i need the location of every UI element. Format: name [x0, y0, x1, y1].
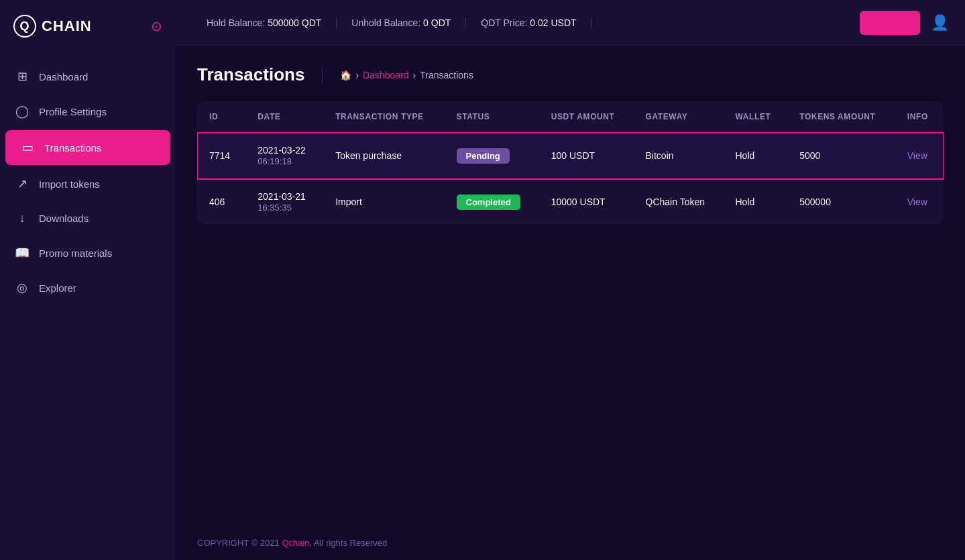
- col-status: STATUS: [445, 101, 539, 133]
- cell-wallet: Hold: [724, 179, 788, 225]
- sidebar-item-import-tokens[interactable]: ↗ Import tokens: [0, 166, 176, 201]
- sidebar-item-dashboard[interactable]: ⊞ Dashboard: [0, 59, 176, 94]
- header-bar: Hold Balance: 500000 QDT Unhold Balance:…: [176, 0, 965, 46]
- unhold-balance-value: 0 QDT: [423, 17, 451, 28]
- col-date: DATE: [245, 101, 323, 133]
- transactions-table-wrap: ID DATE TRANSACTION TYPE STATUS USDT AMO…: [197, 101, 944, 225]
- col-wallet: WALLET: [724, 101, 788, 133]
- status-badge: Completed: [457, 194, 520, 210]
- table-row: 406 2021-03-2116:35:35 Import Completed …: [197, 179, 944, 225]
- footer-brand[interactable]: Qchain: [282, 538, 309, 548]
- sidebar: Q CHAIN ⊙ ⊞ Dashboard ◯ Profile Settings…: [0, 0, 176, 560]
- status-badge: Pending: [457, 148, 510, 164]
- cell-id: 406: [197, 179, 245, 225]
- sidebar-item-label: Dashboard: [39, 71, 88, 82]
- col-gateway: GATEWAY: [634, 101, 724, 133]
- target-icon[interactable]: ⊙: [151, 18, 162, 34]
- cell-status: Completed: [445, 179, 539, 225]
- sidebar-item-label: Profile Settings: [39, 106, 107, 117]
- transactions-table: ID DATE TRANSACTION TYPE STATUS USDT AMO…: [197, 101, 944, 225]
- cell-tokens-amount: 5000: [787, 133, 895, 179]
- compass-icon: ◎: [15, 280, 30, 295]
- footer-copyright: COPYRIGHT © 2021: [197, 538, 282, 548]
- cell-gateway: Bitcoin: [634, 133, 724, 179]
- user-avatar-icon[interactable]: 👤: [931, 14, 949, 32]
- cell-transaction-type: Token purchase: [323, 133, 444, 179]
- cell-info: View: [895, 179, 944, 225]
- breadcrumb-sep-1: ›: [355, 70, 359, 80]
- table-row: 7714 2021-03-2206:19:18 Token purchase P…: [197, 133, 944, 179]
- sidebar-item-profile-settings[interactable]: ◯ Profile Settings: [0, 94, 176, 129]
- unhold-balance-stat: Unhold Balance: 0 QDT: [337, 17, 466, 28]
- table-body: 7714 2021-03-2206:19:18 Token purchase P…: [197, 133, 944, 225]
- user-icon: ◯: [15, 104, 30, 119]
- cell-transaction-type: Import: [323, 179, 444, 225]
- book-icon: 📖: [15, 245, 30, 260]
- cell-tokens-amount: 500000: [787, 179, 895, 225]
- sidebar-item-explorer[interactable]: ◎ Explorer: [0, 270, 176, 305]
- cell-usdt-amount: 100 USDT: [539, 133, 634, 179]
- cell-wallet: Hold: [724, 133, 788, 179]
- sidebar-item-label: Promo materials: [39, 247, 112, 259]
- download-icon: ↓: [15, 211, 30, 225]
- grid-icon: ⊞: [15, 69, 30, 84]
- cell-info: View: [895, 133, 944, 179]
- table-header: ID DATE TRANSACTION TYPE STATUS USDT AMO…: [197, 101, 944, 133]
- view-link[interactable]: View: [907, 150, 927, 161]
- logo-chain-text: CHAIN: [42, 17, 92, 35]
- hold-balance-value: 500000 QDT: [268, 17, 321, 28]
- cell-status: Pending: [445, 133, 539, 179]
- home-icon[interactable]: 🏠: [340, 70, 351, 80]
- sidebar-item-label: Explorer: [39, 282, 76, 294]
- logo: Q CHAIN: [13, 15, 92, 38]
- view-link[interactable]: View: [907, 197, 927, 207]
- sidebar-nav: ⊞ Dashboard ◯ Profile Settings ▭ Transac…: [0, 59, 176, 305]
- cell-id: 7714: [197, 133, 245, 179]
- footer-rights: , All rights Reserved: [310, 538, 388, 548]
- col-info: INFO: [895, 101, 944, 133]
- sidebar-item-label: Transactions: [44, 142, 101, 154]
- page-title: Transactions: [197, 64, 304, 85]
- breadcrumb-sep-2: ›: [413, 70, 416, 80]
- breadcrumb: 🏠 › Dashboard › Transactions: [340, 70, 473, 80]
- sidebar-item-promo-materials[interactable]: 📖 Promo materials: [0, 235, 176, 270]
- sidebar-item-transactions[interactable]: ▭ Transactions: [5, 130, 170, 165]
- page-content: Transactions 🏠 › Dashboard › Transaction…: [176, 46, 965, 526]
- breadcrumb-current: Transactions: [420, 70, 473, 80]
- col-usdt-amount: USDT AMOUNT: [539, 101, 634, 133]
- cell-usdt-amount: 10000 USDT: [539, 179, 634, 225]
- logo-q-box: Q: [13, 15, 36, 38]
- qdt-price-label: QDT Price:: [481, 17, 527, 28]
- sidebar-logo-area: Q CHAIN ⊙: [0, 0, 176, 52]
- unhold-balance-label: Unhold Balance:: [351, 17, 420, 28]
- card-icon: ▭: [20, 140, 35, 155]
- sidebar-item-label: Import tokens: [39, 178, 100, 190]
- qdt-price-value: 0.02 USDT: [530, 17, 576, 28]
- qdt-price-stat: QDT Price: 0.02 USDT: [466, 17, 591, 28]
- col-id: ID: [197, 101, 245, 133]
- cell-date: 2021-03-2116:35:35: [245, 179, 323, 225]
- arrow-up-right-icon: ↗: [15, 176, 30, 191]
- header-action-button[interactable]: [860, 11, 920, 35]
- hold-balance-label: Hold Balance:: [207, 17, 265, 28]
- cell-gateway: QChain Token: [634, 179, 724, 225]
- main-content: Hold Balance: 500000 QDT Unhold Balance:…: [176, 0, 965, 560]
- hold-balance-stat: Hold Balance: 500000 QDT: [192, 17, 337, 28]
- page-header: Transactions 🏠 › Dashboard › Transaction…: [197, 64, 944, 85]
- cell-date: 2021-03-2206:19:18: [245, 133, 323, 179]
- col-tokens-amount: TOKENS AMOUNT: [787, 101, 895, 133]
- breadcrumb-dashboard[interactable]: Dashboard: [363, 70, 409, 80]
- sidebar-item-downloads[interactable]: ↓ Downloads: [0, 201, 176, 235]
- sidebar-item-label: Downloads: [39, 213, 89, 224]
- col-transaction-type: TRANSACTION TYPE: [323, 101, 444, 133]
- footer: COPYRIGHT © 2021 Qchain, All rights Rese…: [176, 526, 965, 560]
